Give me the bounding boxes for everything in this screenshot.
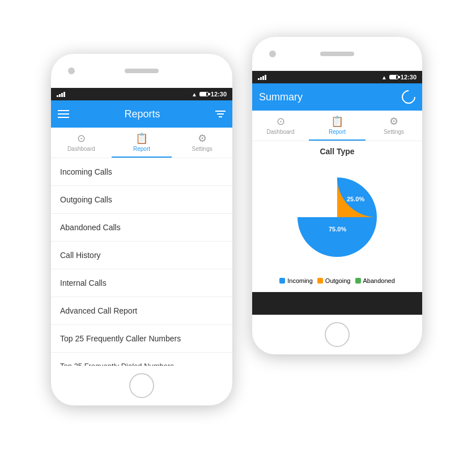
speaker-left [125,69,159,73]
scene: ▲ 12:30 Reports [0,0,476,465]
dashboard-icon-right: ⊙ [277,115,285,128]
camera-left [68,67,75,74]
speaker-right [320,52,354,56]
label-incoming: 75.0% [329,226,346,232]
app-bar-right: Summary [252,83,422,111]
menu-list-left: Incoming Calls Outgoing Calls Abandoned … [51,158,232,366]
tab-settings-label-right: Settings [384,129,404,135]
menu-item-top25-dialed[interactable]: Top 25 Frequently Dialed Numbers [51,353,232,366]
tab-report-label-right: Report [329,129,346,135]
screen-right: ▲ 12:30 Summary ⊙ Dashboard [252,71,422,315]
wifi-icon: ▲ [192,91,197,98]
tab-settings-label: Settings [192,146,212,152]
settings-icon: ⚙ [198,132,207,145]
app-bar-title-left: Reports [124,108,160,120]
menu-item-outgoing[interactable]: Outgoing Calls [51,186,232,214]
phone-top-bar-right [252,37,422,71]
menu-item-internal[interactable]: Internal Calls [51,269,232,297]
legend: Incoming Outgoing Abandoned [258,274,416,288]
status-bar-right: ▲ 12:30 [252,71,422,83]
menu-item-advanced[interactable]: Advanced Call Report [51,297,232,325]
legend-dot-abandoned [355,278,361,284]
time-left: 12:30 [211,91,227,98]
wifi-icon-right: ▲ [381,74,387,81]
signal-icon-right [258,75,266,80]
tab-dashboard-left[interactable]: ⊙ Dashboard [51,128,112,158]
battery-icon [199,92,209,96]
phone-bottom-bar-right [252,315,422,354]
menu-item-incoming[interactable]: Incoming Calls [51,158,232,186]
time-right: 12:30 [401,74,416,81]
menu-item-top25-caller[interactable]: Top 25 Frequently Caller Numbers [51,325,232,353]
app-bar-left: Reports [51,100,232,128]
menu-item-abandoned[interactable]: Abandoned Calls [51,214,232,242]
tab-dashboard-right[interactable]: ⊙ Dashboard [252,111,309,141]
tab-bar-left: ⊙ Dashboard 📋 Report ⚙ Settings [51,128,232,158]
phone-bottom-bar-left [51,366,232,405]
menu-item-history[interactable]: Call History [51,242,232,269]
camera-right [269,50,276,57]
legend-label-incoming: Incoming [287,277,313,284]
tab-settings-left[interactable]: ⚙ Settings [172,128,232,158]
dashboard-icon: ⊙ [77,132,86,145]
legend-item-abandoned: Abandoned [355,277,395,284]
legend-dot-incoming [279,278,285,284]
tab-dashboard-label-right: Dashboard [267,129,295,135]
tab-report-right[interactable]: 📋 Report [309,111,366,141]
tab-report-label: Report [133,146,150,152]
home-button-left[interactable] [129,373,154,398]
tab-dashboard-label: Dashboard [67,146,95,152]
phone-top-bar-left [51,54,232,88]
pie-chart: 75.0% 25.0% [292,172,382,263]
pie-chart-container: 75.0% 25.0% [258,160,416,274]
phone-right: ▲ 12:30 Summary ⊙ Dashboard [252,37,422,354]
legend-label-abandoned: Abandoned [363,277,395,284]
bottom-bar-dark [252,292,422,315]
refresh-icon[interactable] [399,87,418,107]
tab-bar-right: ⊙ Dashboard 📋 Report ⚙ Settings [252,111,422,141]
app-bar-title-right: Summary [259,91,303,103]
tab-settings-right[interactable]: ⚙ Settings [366,111,422,141]
chart-section: Call Type 75.0% 25.0% [252,141,422,292]
legend-label-outgoing: Outgoing [325,277,351,284]
filter-icon[interactable] [215,111,226,117]
report-icon: 📋 [135,132,148,145]
home-button-right[interactable] [325,322,350,347]
status-bar-left: ▲ 12:30 [51,88,232,100]
battery-icon-right [389,75,398,79]
signal-icon [57,92,65,97]
phone-left: ▲ 12:30 Reports [51,54,232,405]
tab-report-left[interactable]: 📋 Report [112,128,172,158]
legend-dot-outgoing [317,278,323,284]
report-icon-right: 📋 [331,115,343,128]
screen-left: ▲ 12:30 Reports [51,88,232,366]
legend-item-outgoing: Outgoing [317,277,351,284]
chart-title: Call Type [258,147,416,156]
settings-icon-right: ⚙ [389,115,398,128]
legend-item-incoming: Incoming [279,277,313,284]
hamburger-icon[interactable] [58,110,69,118]
label-outgoing: 25.0% [347,196,364,202]
